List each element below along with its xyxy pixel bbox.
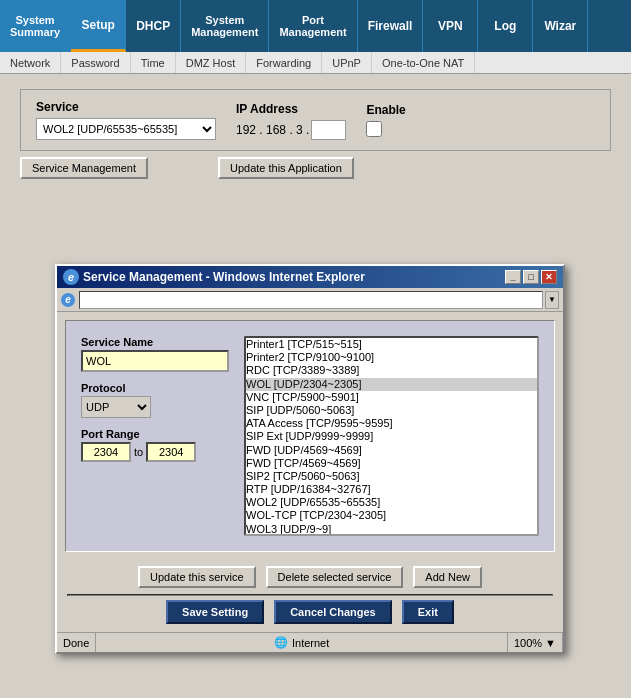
list-item[interactable]: RTP [UDP/16384~32767] bbox=[246, 483, 537, 496]
main-content: Service WOL2 [UDP/65535~65535] IP Addres… bbox=[0, 74, 631, 194]
ip-last-octet-input[interactable] bbox=[311, 120, 346, 140]
sub-navigation: Network Password Time DMZ Host Forwardin… bbox=[0, 52, 631, 74]
port-range-label: Port Range bbox=[81, 428, 229, 440]
top-navigation: SystemSummary Setup DHCP SystemManagemen… bbox=[0, 0, 631, 52]
list-item[interactable]: Printer2 [TCP/9100~9100] bbox=[246, 351, 537, 364]
service-name-input[interactable] bbox=[81, 350, 229, 372]
subnav-password[interactable]: Password bbox=[61, 52, 130, 73]
nav-log[interactable]: Log bbox=[478, 0, 533, 52]
modal-addressbar: e ▼ bbox=[57, 288, 563, 312]
update-application-button[interactable]: Update this Application bbox=[218, 157, 354, 179]
list-item[interactable]: FWD [UDP/4569~4569] bbox=[246, 444, 537, 457]
list-item[interactable]: RDC [TCP/3389~3389] bbox=[246, 364, 537, 377]
list-item[interactable]: WOL-TCP [TCP/2304~2305] bbox=[246, 509, 537, 522]
to-label: to bbox=[134, 446, 143, 458]
left-panel: Service Name Protocol UDP TCP Both Port … bbox=[81, 336, 229, 536]
list-item[interactable]: ATA Access [TCP/9595~9595] bbox=[246, 417, 537, 430]
enable-checkbox[interactable] bbox=[366, 121, 382, 137]
titlebar-buttons: _ □ ✕ bbox=[505, 270, 557, 284]
zoom-text: 100% bbox=[514, 637, 542, 649]
address-ie-icon: e bbox=[61, 293, 75, 307]
save-setting-button[interactable]: Save Setting bbox=[166, 600, 264, 624]
subnav-time[interactable]: Time bbox=[131, 52, 176, 73]
port-from-input[interactable] bbox=[81, 442, 131, 462]
address-dropdown-btn[interactable]: ▼ bbox=[545, 291, 559, 309]
restore-button[interactable]: □ bbox=[523, 270, 539, 284]
ie-icon: e bbox=[63, 269, 79, 285]
status-done: Done bbox=[57, 633, 96, 652]
protocol-field: Protocol UDP TCP Both bbox=[81, 382, 229, 418]
ip-prefix: 192 . 168 . 3 . bbox=[236, 123, 309, 137]
nav-vpn[interactable]: VPN bbox=[423, 0, 478, 52]
subnav-forwarding[interactable]: Forwarding bbox=[246, 52, 322, 73]
modal-body: Service Name Protocol UDP TCP Both Port … bbox=[65, 320, 555, 552]
service-label: Service bbox=[36, 100, 216, 114]
zoom-dropdown-icon[interactable]: ▼ bbox=[545, 637, 556, 649]
subnav-dmzhost[interactable]: DMZ Host bbox=[176, 52, 247, 73]
nav-wizard[interactable]: Wizar bbox=[533, 0, 588, 52]
list-item[interactable]: WOL [UDP/2304~2305] bbox=[246, 378, 537, 391]
service-section: Service WOL2 [UDP/65535~65535] bbox=[36, 100, 216, 140]
service-listbox[interactable]: Printer1 [TCP/515~515] Printer2 [TCP/910… bbox=[244, 336, 539, 536]
protocol-label: Protocol bbox=[81, 382, 229, 394]
minimize-button[interactable]: _ bbox=[505, 270, 521, 284]
service-management-modal: e Service Management - Windows Internet … bbox=[55, 264, 565, 654]
status-zone: 🌐 Internet bbox=[96, 633, 508, 652]
list-item[interactable]: WOL3 [UDP/9~9] bbox=[246, 523, 537, 536]
nav-system-management[interactable]: SystemManagement bbox=[181, 0, 269, 52]
service-list-container: Printer1 [TCP/515~515] Printer2 [TCP/910… bbox=[244, 336, 539, 536]
titlebar-left: e Service Management - Windows Internet … bbox=[63, 269, 365, 285]
update-service-button[interactable]: Update this service bbox=[138, 566, 256, 588]
service-name-field: Service Name bbox=[81, 336, 229, 372]
subnav-upnp[interactable]: UPnP bbox=[322, 52, 372, 73]
cancel-changes-button[interactable]: Cancel Changes bbox=[274, 600, 392, 624]
service-management-button[interactable]: Service Management bbox=[20, 157, 148, 179]
service-name-label: Service Name bbox=[81, 336, 229, 348]
subnav-one-to-one-nat[interactable]: One-to-One NAT bbox=[372, 52, 475, 73]
zone-text: Internet bbox=[292, 637, 329, 649]
nav-port-management[interactable]: PortManagement bbox=[269, 0, 357, 52]
port-range-field: Port Range to bbox=[81, 428, 229, 462]
exit-button[interactable]: Exit bbox=[402, 600, 454, 624]
port-to-input[interactable] bbox=[146, 442, 196, 462]
protocol-select[interactable]: UDP TCP Both bbox=[81, 396, 151, 418]
delete-service-button[interactable]: Delete selected service bbox=[266, 566, 404, 588]
add-new-button[interactable]: Add New bbox=[413, 566, 482, 588]
service-dropdown[interactable]: WOL2 [UDP/65535~65535] bbox=[36, 118, 216, 140]
list-item[interactable]: WOL2 [UDP/65535~65535] bbox=[246, 496, 537, 509]
subnav-network[interactable]: Network bbox=[0, 52, 61, 73]
nav-firewall[interactable]: Firewall bbox=[358, 0, 424, 52]
list-item[interactable]: SIP [UDP/5060~5063] bbox=[246, 404, 537, 417]
globe-icon: 🌐 bbox=[274, 636, 288, 649]
nav-system-summary[interactable]: SystemSummary bbox=[0, 0, 71, 52]
nav-setup[interactable]: Setup bbox=[71, 0, 126, 52]
close-button[interactable]: ✕ bbox=[541, 270, 557, 284]
list-item[interactable]: SIP2 [TCP/5060~5063] bbox=[246, 470, 537, 483]
enable-label: Enable bbox=[366, 103, 405, 117]
ip-label: IP Address bbox=[236, 102, 346, 116]
modal-titlebar: e Service Management - Windows Internet … bbox=[57, 266, 563, 288]
done-text: Done bbox=[63, 637, 89, 649]
list-item[interactable]: VNC [TCP/5900~5901] bbox=[246, 391, 537, 404]
ip-section: IP Address 192 . 168 . 3 . bbox=[236, 102, 346, 140]
modal-title: Service Management - Windows Internet Ex… bbox=[83, 270, 365, 284]
enable-section: Enable bbox=[366, 103, 405, 140]
status-bar: Done 🌐 Internet 100% ▼ bbox=[57, 632, 563, 652]
list-item[interactable]: Printer1 [TCP/515~515] bbox=[246, 338, 537, 351]
modal-save-row: Save Setting Cancel Changes Exit bbox=[57, 596, 563, 632]
status-zoom: 100% ▼ bbox=[508, 633, 563, 652]
nav-dhcp[interactable]: DHCP bbox=[126, 0, 181, 52]
modal-actions: Update this service Delete selected serv… bbox=[57, 560, 563, 594]
address-input[interactable] bbox=[79, 291, 543, 309]
list-item[interactable]: FWD [TCP/4569~4569] bbox=[246, 457, 537, 470]
list-item[interactable]: SIP Ext [UDP/9999~9999] bbox=[246, 430, 537, 443]
